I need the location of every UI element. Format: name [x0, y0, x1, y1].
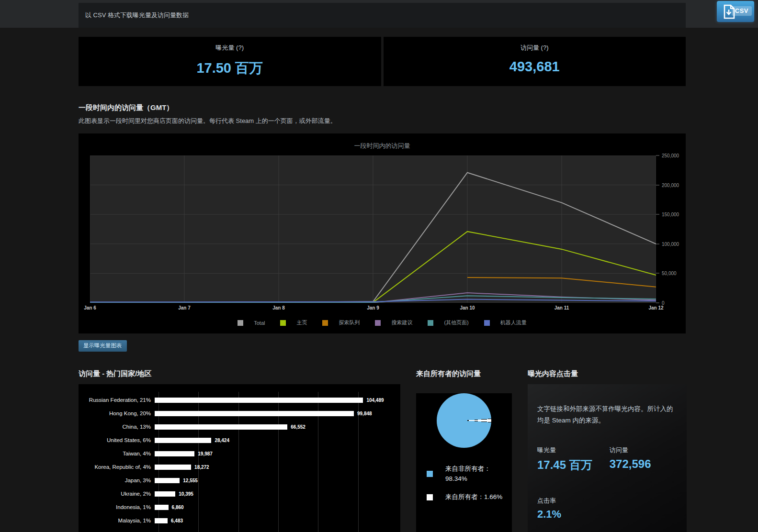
- legend-label: Total: [254, 320, 265, 326]
- pie-legend-swatch: [427, 471, 433, 477]
- pie-legend-label: 来自非所有者：98.34%: [445, 464, 509, 484]
- bar-value-label: 6,483: [171, 518, 183, 523]
- x-axis-tick: Jan 8: [272, 305, 285, 310]
- legend-item[interactable]: 探索队列: [322, 319, 360, 326]
- visits-stat-label: 访问量 (?): [384, 44, 686, 52]
- visits-metric-label: 访问量: [610, 446, 651, 454]
- legend-label: 主页: [296, 319, 307, 326]
- bar-value-label: 99,848: [357, 411, 372, 416]
- x-axis-tick: Jan 7: [178, 305, 191, 310]
- owner-visits-title: 来自所有者的访问量: [416, 369, 512, 378]
- top-countries-bar-chart: Russian Federation, 21%104,489Hong Kong,…: [79, 384, 400, 532]
- y-axis-tick: 100,000: [656, 241, 679, 246]
- top-countries-column: 访问量 - 热门国家/地区 Russian Federation, 21%104…: [79, 369, 400, 532]
- line-chart-legend: Total主页探索队列搜索建议(其他页面)机器人流量: [79, 319, 686, 326]
- bar-value-label: 10,395: [179, 491, 193, 497]
- x-axis-tick: Jan 11: [554, 305, 569, 310]
- bar-track: 6,860: [155, 500, 394, 514]
- bar-row: United States, 6%28,424: [79, 433, 400, 447]
- legend-swatch: [238, 320, 243, 326]
- bar[interactable]: [155, 465, 191, 470]
- bar[interactable]: [155, 424, 287, 430]
- visits-section-title: 一段时间内的访问量（GMT）: [79, 103, 686, 112]
- download-bar-inner: 以 CSV 格式下载曝光量及访问量数据: [79, 3, 686, 28]
- bar[interactable]: [155, 451, 194, 456]
- x-axis-tick: Jan 6: [84, 305, 96, 310]
- bar-category-label: United States, 6%: [79, 437, 155, 443]
- bar-value-label: 12,555: [183, 478, 198, 483]
- top-countries-title: 访问量 - 热门国家/地区: [79, 369, 400, 378]
- bar-row: Japan, 3%12,555: [79, 474, 400, 487]
- bar[interactable]: [155, 438, 211, 443]
- bar-track: 66,552: [155, 420, 394, 433]
- line-chart-title: 一段时间内的访问量: [79, 133, 686, 150]
- bar-track: 6,483: [155, 514, 394, 527]
- impressions-stat-label: 曝光量 (?): [79, 44, 381, 52]
- bar-category-label: Korea, Republic of, 4%: [79, 464, 155, 470]
- bar-track: 12,555: [155, 474, 394, 487]
- bar-track: 28,424: [155, 433, 394, 447]
- show-impressions-chart-button[interactable]: 显示曝光量图表: [79, 340, 127, 352]
- legend-item[interactable]: (其他页面): [428, 319, 468, 326]
- summary-stats: 曝光量 (?) 17.50 百万 访问量 (?) 493,681: [79, 37, 686, 86]
- impression-clicks-column: 曝光内容点击量 文字链接和外部来源不算作曝光内容。所计入的均是 Steam 内的…: [528, 369, 687, 532]
- impression-metrics: 曝光量 17.45 百万 访问量 372,596: [537, 446, 677, 473]
- legend-label: (其他页面): [444, 319, 468, 326]
- bar[interactable]: [155, 398, 363, 403]
- bar[interactable]: [155, 518, 168, 523]
- bar-category-label: Malaysia, 1%: [79, 518, 155, 523]
- bar-track: 19,987: [155, 447, 394, 460]
- bar-category-label: Ukraine, 2%: [79, 491, 155, 497]
- bar-row: Ukraine, 2%10,395: [79, 487, 400, 500]
- bar-value-label: 28,424: [215, 438, 229, 443]
- bar[interactable]: [155, 505, 169, 510]
- bar-row: Taiwan, 4%19,987: [79, 447, 400, 460]
- csv-download-button[interactable]: CSV: [717, 1, 754, 22]
- legend-swatch: [375, 320, 381, 326]
- visits-stat-box: 访问量 (?) 493,681: [384, 37, 686, 86]
- bar-category-label: Russian Federation, 21%: [79, 397, 155, 403]
- y-axis-tick: 150,000: [656, 212, 679, 217]
- legend-swatch: [484, 320, 490, 326]
- legend-swatch: [280, 320, 286, 326]
- bar-value-label: 18,272: [194, 465, 209, 470]
- legend-label: 搜索建议: [391, 319, 412, 326]
- bar[interactable]: [155, 411, 354, 416]
- bar-chart-rows: Russian Federation, 21%104,489Hong Kong,…: [79, 393, 400, 527]
- legend-item[interactable]: Total: [238, 320, 265, 326]
- bar-category-label: Japan, 3%: [79, 477, 155, 483]
- bar-row: Malaysia, 1%6,483: [79, 514, 400, 527]
- line-chart-svg: [90, 155, 656, 303]
- bar[interactable]: [155, 478, 180, 483]
- bar-value-label: 19,987: [198, 451, 213, 456]
- visits-over-time-chart-panel: 一段时间内的访问量 050,000100,000150,000200,00025…: [79, 133, 686, 333]
- download-label: 以 CSV 格式下载曝光量及访问量数据: [85, 11, 189, 20]
- legend-item[interactable]: 搜索建议: [375, 319, 412, 326]
- bar-track: 99,848: [155, 407, 394, 420]
- legend-item[interactable]: 机器人流量: [484, 319, 527, 326]
- legend-label: 机器人流量: [500, 319, 527, 326]
- impression-clicks-title: 曝光内容点击量: [528, 369, 687, 378]
- bar-track: 104,489: [155, 393, 394, 407]
- owner-visits-pie-panel: 来自非所有者：98.34%来自所有者：1.66%: [416, 393, 512, 532]
- bar-row: Korea, Republic of, 4%18,272: [79, 460, 400, 474]
- owner-visits-pie-chart: [437, 393, 491, 448]
- legend-swatch: [322, 320, 328, 326]
- impressions-stat-value: 17.50 百万: [79, 59, 381, 78]
- ctr-value: 2.1%: [537, 508, 677, 521]
- x-axis-tick: Jan 9: [367, 305, 379, 310]
- csv-file-icon: [723, 4, 735, 19]
- legend-item[interactable]: 主页: [280, 319, 307, 326]
- impressions-metric-label: 曝光量: [537, 446, 592, 454]
- pie-legend: 来自非所有者：98.34%来自所有者：1.66%: [427, 464, 512, 502]
- bar-category-label: Indonesia, 1%: [79, 504, 155, 510]
- ctr-metric: 点击率 2.1%: [537, 497, 677, 521]
- legend-label: 探索队列: [339, 319, 360, 326]
- download-bar: 以 CSV 格式下载曝光量及访问量数据 CSV: [0, 0, 758, 28]
- bar-row: China, 13%66,552: [79, 420, 400, 433]
- bar[interactable]: [155, 491, 175, 497]
- visits-metric-value: 372,596: [610, 457, 651, 471]
- bar-category-label: Hong Kong, 20%: [79, 410, 155, 416]
- y-axis-tick: 0: [656, 300, 665, 306]
- line-chart-plot-area: 050,000100,000150,000200,000250,000: [90, 155, 656, 303]
